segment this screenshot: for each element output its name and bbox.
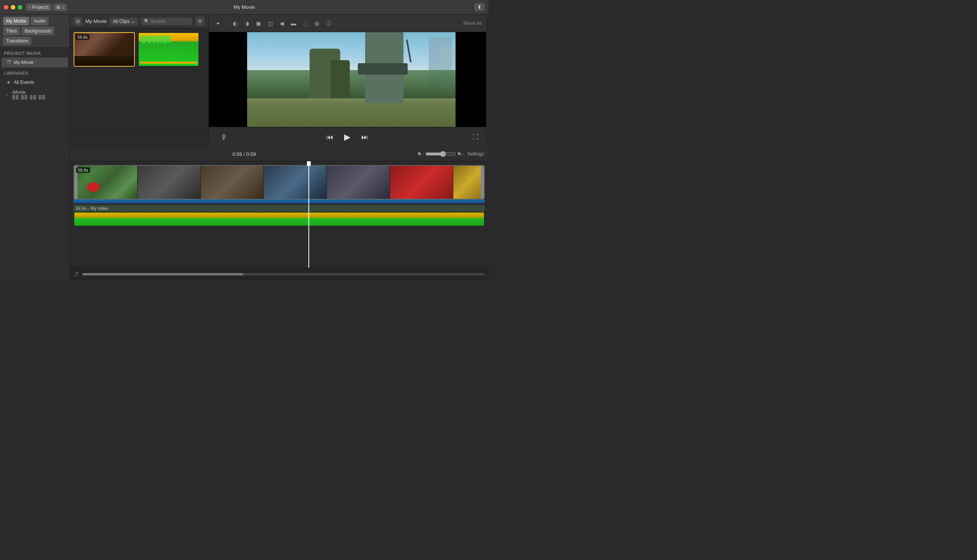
video-track-container: 59.9s <box>73 165 485 203</box>
timeline-area: 0:59 / 0:59 🔍- 🔍+ Settings <box>70 147 488 280</box>
window-controls <box>4 5 22 10</box>
sidebar: My Media Audio Titles Backgrounds Transi… <box>0 15 70 280</box>
filmstrip-segment-people <box>201 166 264 199</box>
forward-icon: ⏭ <box>361 133 368 141</box>
content-area: ⊞ My Movie All Clips ⌄ 🔍 ⚙ <box>70 15 488 280</box>
settings-label[interactable]: Settings <box>467 151 484 157</box>
media-browser-header: ⊞ My Movie All Clips ⌄ 🔍 ⚙ <box>70 15 208 28</box>
color-palette-button[interactable]: ◑ <box>242 19 251 28</box>
sidebar-item-all-events[interactable]: ★ All Events <box>2 77 68 87</box>
color-correction-button[interactable]: ◐ <box>231 19 240 28</box>
tab-backgrounds[interactable]: Backgrounds <box>22 27 54 35</box>
back-chevron-icon: ‹ <box>29 5 31 10</box>
titlebar: ‹ Projects ⊞ ↓ My Movie ⬆ <box>0 0 488 15</box>
tab-audio[interactable]: Audio <box>31 17 49 25</box>
clip-item-1[interactable]: 59.8s <box>73 32 135 67</box>
rewind-icon: ⏮ <box>327 133 333 141</box>
layout-button[interactable]: ⊞ ↓ <box>53 3 67 11</box>
track-handle-right[interactable] <box>481 166 484 199</box>
rewind-button[interactable]: ⏮ <box>325 132 335 143</box>
timeline-header: 0:59 / 0:59 🔍- 🔍+ Settings <box>70 147 488 161</box>
filmstrip-segment-camera <box>138 166 201 199</box>
all-events-label: All Events <box>14 80 34 85</box>
back-label: Projects <box>32 5 49 10</box>
my-movie-label: My Movie <box>14 60 33 65</box>
separator-1 <box>227 20 227 27</box>
libraries-label: LIBRARIES <box>0 68 69 77</box>
video-overlay-button[interactable]: ◫ <box>265 19 275 28</box>
clips-filter-dropdown[interactable]: All Clips ⌄ <box>110 18 138 25</box>
top-section: ⊞ My Movie All Clips ⌄ 🔍 ⚙ <box>70 15 488 147</box>
search-box[interactable]: 🔍 <box>141 18 192 25</box>
color-palette-icon: ◑ <box>244 20 249 27</box>
speed-button[interactable]: ◌ <box>301 19 310 28</box>
toolbar: ✦ ◐ ◑ ▣ ◫ ◀ <box>209 15 486 32</box>
timeline-scrollbar[interactable] <box>82 273 485 275</box>
filmstrip <box>74 166 484 199</box>
clip-item-2[interactable] <box>138 32 199 67</box>
share-button[interactable]: ⬆ <box>474 3 485 11</box>
time-separator: / <box>243 151 246 157</box>
speed-icon: ◌ <box>303 20 308 27</box>
minimize-button[interactable] <box>11 5 15 10</box>
clips-grid: 59.8s <box>70 28 208 133</box>
zoom-slider-input[interactable] <box>425 151 456 157</box>
info-button[interactable]: ⓘ <box>324 18 334 28</box>
timecode-display: 0:59 / 0:59 <box>74 151 414 157</box>
tab-transitions[interactable]: Transitions <box>3 37 32 45</box>
maximize-button[interactable] <box>18 5 22 10</box>
audio-waveform <box>73 212 485 227</box>
bottom-bar: 🎵 <box>70 268 488 280</box>
filmstrip-segment-street <box>263 166 327 199</box>
fullscreen-icon: ⛶ <box>472 134 478 140</box>
grid-toggle-button[interactable]: ⊞ <box>73 17 82 26</box>
window-title: My Movie <box>234 4 255 10</box>
audio-track-row: 59.9s – My Video <box>73 205 485 227</box>
imovie-label: iMovie <box>12 90 46 95</box>
search-icon: 🔍 <box>144 19 149 24</box>
zoom-control[interactable]: 🔍- 🔍+ <box>418 151 464 157</box>
timeline-settings: 🔍- 🔍+ Settings <box>418 151 484 157</box>
audio-button[interactable]: ◀ <box>277 19 286 28</box>
play-icon: ▶ <box>344 132 350 142</box>
tab-my-media[interactable]: My Media <box>3 17 29 25</box>
close-button[interactable] <box>4 5 8 10</box>
imovie-sublabel: ██ ██ ██ ██ <box>12 95 46 99</box>
video-track[interactable]: 59.9s <box>73 165 485 200</box>
magic-wand-button[interactable]: ✦ <box>213 19 223 28</box>
search-input[interactable] <box>151 19 189 24</box>
dropdown-chevron-icon: ⌄ <box>131 19 135 24</box>
microphone-icon: 🎙 <box>220 133 227 141</box>
tab-titles[interactable]: Titles <box>3 27 20 35</box>
layout-icon: ⊞ ↓ <box>56 5 63 10</box>
back-button[interactable]: ‹ Projects <box>26 3 52 11</box>
film-icon: 🎬 <box>5 59 12 65</box>
microphone-button[interactable]: 🎙 <box>220 133 227 141</box>
play-button[interactable]: ▶ <box>342 131 352 143</box>
timeline-tracks: 59.9s <box>70 161 488 268</box>
share-icon: ⬆ <box>477 4 482 10</box>
current-time: 0:59 <box>232 151 242 157</box>
video-overlay-icon: ◫ <box>268 20 273 27</box>
magic-wand-icon: ✦ <box>216 20 220 27</box>
clip-duration-1: 59.8s <box>76 35 89 40</box>
video-preview <box>209 32 486 127</box>
sidebar-item-imovie[interactable]: › iMovie ██ ██ ██ ██ <box>0 88 69 101</box>
scroll-thumb[interactable] <box>82 273 243 275</box>
fullscreen-button[interactable]: ⛶ <box>472 134 478 140</box>
media-settings-button[interactable]: ⚙ <box>195 17 205 26</box>
sidebar-item-my-movie[interactable]: 🎬 My Movie <box>2 57 68 67</box>
reset-all-button[interactable]: Reset All <box>463 21 482 26</box>
noise-reduction-icon: ◍ <box>315 20 319 27</box>
project-media-label: PROJECT MEDIA <box>0 48 69 57</box>
noise-reduction-button[interactable]: ◍ <box>312 19 322 28</box>
audio-icon: ◀ <box>280 20 284 27</box>
forward-button[interactable]: ⏭ <box>360 132 370 143</box>
audio-track-label: 59.9s – My Video <box>76 206 108 211</box>
crop-button[interactable]: ▣ <box>253 19 263 28</box>
equalizer-button[interactable]: ▬ <box>288 19 298 28</box>
track-duration-badge: 59.9s <box>76 167 90 173</box>
filmstrip-segment-red <box>390 166 453 199</box>
color-correction-icon: ◐ <box>233 20 238 27</box>
clips-filter-label: All Clips <box>113 19 130 24</box>
